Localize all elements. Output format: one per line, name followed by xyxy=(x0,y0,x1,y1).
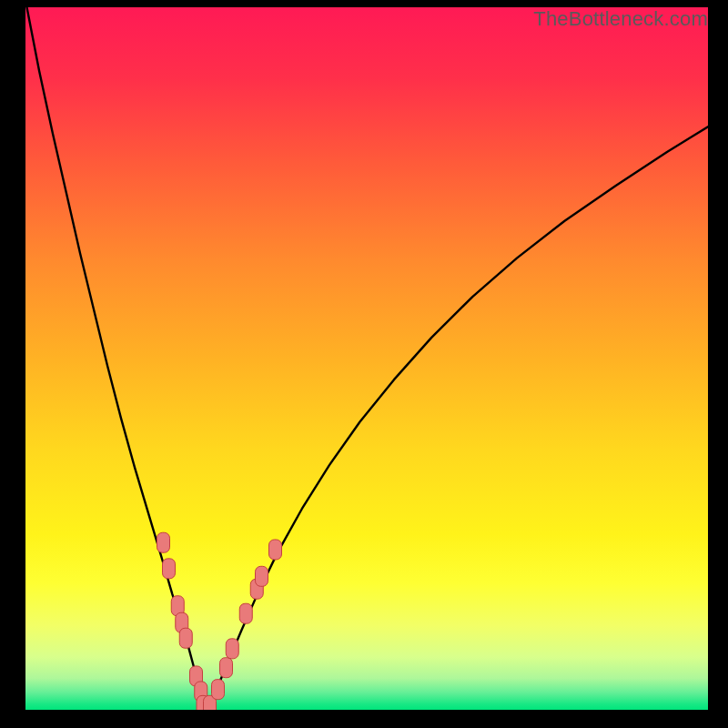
gradient-background xyxy=(25,7,708,710)
marker-point xyxy=(179,628,192,648)
marker-point xyxy=(226,639,238,659)
marker-point xyxy=(239,603,252,623)
marker-point xyxy=(220,658,233,678)
marker-point xyxy=(163,559,176,579)
plot-area xyxy=(25,7,708,710)
marker-point xyxy=(157,532,170,552)
marker-point xyxy=(212,680,225,700)
outer-frame: TheBottleneck.com xyxy=(0,0,728,728)
marker-point xyxy=(269,540,282,560)
chart-svg xyxy=(25,7,708,710)
marker-point xyxy=(256,566,268,586)
